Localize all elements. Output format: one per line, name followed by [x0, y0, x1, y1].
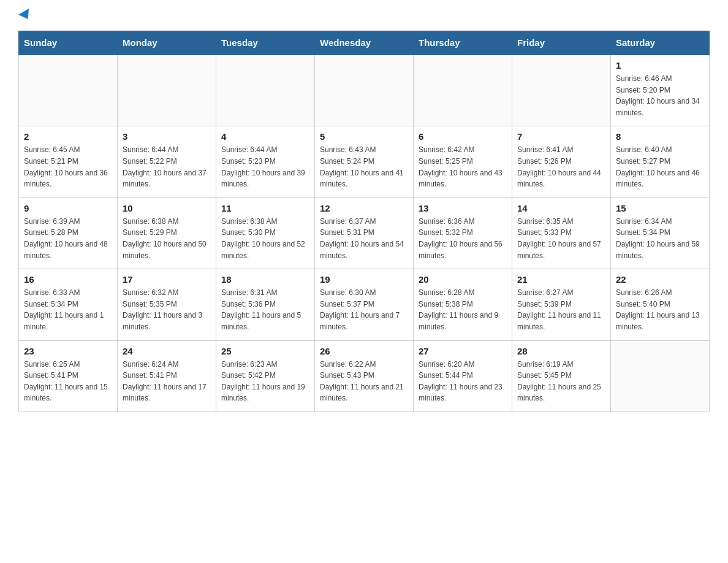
day-number: 25 — [221, 346, 309, 356]
weekday-header-row: SundayMondayTuesdayWednesdayThursdayFrid… — [19, 31, 710, 55]
day-info: Sunrise: 6:46 AM Sunset: 5:20 PM Dayligh… — [616, 73, 704, 118]
day-number: 12 — [320, 203, 408, 213]
day-number: 20 — [419, 274, 507, 285]
day-info: Sunrise: 6:33 AM Sunset: 5:34 PM Dayligh… — [24, 287, 112, 332]
day-number: 10 — [123, 203, 211, 213]
day-info: Sunrise: 6:22 AM Sunset: 5:43 PM Dayligh… — [320, 359, 408, 404]
weekday-header-tuesday: Tuesday — [216, 31, 315, 55]
day-info: Sunrise: 6:30 AM Sunset: 5:37 PM Dayligh… — [320, 287, 408, 332]
day-info: Sunrise: 6:39 AM Sunset: 5:28 PM Dayligh… — [24, 216, 112, 261]
calendar-cell: 10Sunrise: 6:38 AM Sunset: 5:29 PM Dayli… — [118, 197, 216, 269]
calendar-cell: 11Sunrise: 6:38 AM Sunset: 5:30 PM Dayli… — [216, 197, 315, 269]
day-info: Sunrise: 6:19 AM Sunset: 5:45 PM Dayligh… — [517, 359, 605, 404]
day-info: Sunrise: 6:44 AM Sunset: 5:22 PM Dayligh… — [123, 144, 211, 190]
day-info: Sunrise: 6:27 AM Sunset: 5:39 PM Dayligh… — [517, 287, 605, 332]
day-number: 17 — [123, 274, 211, 285]
day-number: 24 — [123, 346, 211, 356]
calendar-cell — [414, 55, 512, 126]
calendar-cell: 25Sunrise: 6:23 AM Sunset: 5:42 PM Dayli… — [216, 340, 315, 412]
week-row-1: 2Sunrise: 6:45 AM Sunset: 5:21 PM Daylig… — [19, 126, 710, 197]
calendar-cell: 20Sunrise: 6:28 AM Sunset: 5:38 PM Dayli… — [414, 269, 512, 340]
day-number: 11 — [221, 203, 309, 213]
day-number: 3 — [123, 131, 211, 142]
calendar-cell: 21Sunrise: 6:27 AM Sunset: 5:39 PM Dayli… — [512, 269, 611, 340]
day-number: 13 — [419, 203, 507, 213]
calendar-cell: 6Sunrise: 6:42 AM Sunset: 5:25 PM Daylig… — [414, 126, 512, 197]
day-number: 2 — [24, 131, 112, 142]
day-number: 21 — [517, 274, 605, 285]
day-number: 4 — [221, 131, 309, 142]
day-number: 7 — [517, 131, 605, 142]
calendar-cell: 8Sunrise: 6:40 AM Sunset: 5:27 PM Daylig… — [611, 126, 710, 197]
day-number: 19 — [320, 274, 408, 285]
day-number: 14 — [517, 203, 605, 213]
weekday-header-saturday: Saturday — [611, 31, 710, 55]
day-info: Sunrise: 6:28 AM Sunset: 5:38 PM Dayligh… — [419, 287, 507, 332]
calendar-cell: 23Sunrise: 6:25 AM Sunset: 5:41 PM Dayli… — [19, 340, 118, 412]
calendar-body: 1Sunrise: 6:46 AM Sunset: 5:20 PM Daylig… — [19, 55, 710, 412]
calendar-cell: 2Sunrise: 6:45 AM Sunset: 5:21 PM Daylig… — [19, 126, 118, 197]
week-row-0: 1Sunrise: 6:46 AM Sunset: 5:20 PM Daylig… — [19, 55, 710, 126]
day-info: Sunrise: 6:42 AM Sunset: 5:25 PM Dayligh… — [419, 144, 507, 190]
day-number: 6 — [419, 131, 507, 142]
calendar-cell: 3Sunrise: 6:44 AM Sunset: 5:22 PM Daylig… — [118, 126, 216, 197]
day-number: 22 — [616, 274, 704, 285]
day-number: 16 — [24, 274, 112, 285]
day-info: Sunrise: 6:24 AM Sunset: 5:41 PM Dayligh… — [123, 359, 211, 404]
day-number: 23 — [24, 346, 112, 356]
day-info: Sunrise: 6:20 AM Sunset: 5:44 PM Dayligh… — [419, 359, 507, 404]
week-row-2: 9Sunrise: 6:39 AM Sunset: 5:28 PM Daylig… — [19, 197, 710, 269]
weekday-header-friday: Friday — [512, 31, 611, 55]
calendar-cell: 4Sunrise: 6:44 AM Sunset: 5:23 PM Daylig… — [216, 126, 315, 197]
calendar-cell: 27Sunrise: 6:20 AM Sunset: 5:44 PM Dayli… — [414, 340, 512, 412]
day-info: Sunrise: 6:31 AM Sunset: 5:36 PM Dayligh… — [221, 287, 309, 332]
calendar-cell: 15Sunrise: 6:34 AM Sunset: 5:34 PM Dayli… — [611, 197, 710, 269]
calendar-cell: 9Sunrise: 6:39 AM Sunset: 5:28 PM Daylig… — [19, 197, 118, 269]
calendar-cell: 19Sunrise: 6:30 AM Sunset: 5:37 PM Dayli… — [315, 269, 414, 340]
calendar-cell — [19, 55, 118, 126]
day-info: Sunrise: 6:32 AM Sunset: 5:35 PM Dayligh… — [123, 287, 211, 332]
day-info: Sunrise: 6:36 AM Sunset: 5:32 PM Dayligh… — [419, 216, 507, 261]
day-number: 5 — [320, 131, 408, 142]
calendar-cell: 13Sunrise: 6:36 AM Sunset: 5:32 PM Dayli… — [414, 197, 512, 269]
day-info: Sunrise: 6:34 AM Sunset: 5:34 PM Dayligh… — [616, 216, 704, 261]
day-info: Sunrise: 6:38 AM Sunset: 5:29 PM Dayligh… — [123, 216, 211, 261]
calendar-cell — [315, 55, 414, 126]
weekday-header-sunday: Sunday — [19, 31, 118, 55]
calendar-cell: 18Sunrise: 6:31 AM Sunset: 5:36 PM Dayli… — [216, 269, 315, 340]
day-number: 1 — [616, 60, 704, 71]
calendar-cell: 1Sunrise: 6:46 AM Sunset: 5:20 PM Daylig… — [611, 55, 710, 126]
calendar-cell: 14Sunrise: 6:35 AM Sunset: 5:33 PM Dayli… — [512, 197, 611, 269]
day-number: 8 — [616, 131, 704, 142]
calendar-cell: 7Sunrise: 6:41 AM Sunset: 5:26 PM Daylig… — [512, 126, 611, 197]
calendar-cell — [216, 55, 315, 126]
day-number: 18 — [221, 274, 309, 285]
day-info: Sunrise: 6:26 AM Sunset: 5:40 PM Dayligh… — [616, 287, 704, 332]
weekday-header-thursday: Thursday — [414, 31, 512, 55]
logo — [18, 12, 32, 21]
day-number: 15 — [616, 203, 704, 213]
calendar-cell — [611, 340, 710, 412]
week-row-4: 23Sunrise: 6:25 AM Sunset: 5:41 PM Dayli… — [19, 340, 710, 412]
day-info: Sunrise: 6:43 AM Sunset: 5:24 PM Dayligh… — [320, 144, 408, 190]
day-info: Sunrise: 6:25 AM Sunset: 5:41 PM Dayligh… — [24, 359, 112, 404]
calendar-cell: 17Sunrise: 6:32 AM Sunset: 5:35 PM Dayli… — [118, 269, 216, 340]
calendar-cell: 5Sunrise: 6:43 AM Sunset: 5:24 PM Daylig… — [315, 126, 414, 197]
calendar-header: SundayMondayTuesdayWednesdayThursdayFrid… — [19, 31, 710, 55]
day-info: Sunrise: 6:41 AM Sunset: 5:26 PM Dayligh… — [517, 144, 605, 190]
week-row-3: 16Sunrise: 6:33 AM Sunset: 5:34 PM Dayli… — [19, 269, 710, 340]
calendar-cell: 16Sunrise: 6:33 AM Sunset: 5:34 PM Dayli… — [19, 269, 118, 340]
day-info: Sunrise: 6:23 AM Sunset: 5:42 PM Dayligh… — [221, 359, 309, 404]
calendar-cell: 26Sunrise: 6:22 AM Sunset: 5:43 PM Dayli… — [315, 340, 414, 412]
day-number: 9 — [24, 203, 112, 213]
calendar-cell: 28Sunrise: 6:19 AM Sunset: 5:45 PM Dayli… — [512, 340, 611, 412]
day-info: Sunrise: 6:38 AM Sunset: 5:30 PM Dayligh… — [221, 216, 309, 261]
calendar-cell: 22Sunrise: 6:26 AM Sunset: 5:40 PM Dayli… — [611, 269, 710, 340]
day-info: Sunrise: 6:35 AM Sunset: 5:33 PM Dayligh… — [517, 216, 605, 261]
day-number: 27 — [419, 346, 507, 356]
calendar-table: SundayMondayTuesdayWednesdayThursdayFrid… — [18, 31, 710, 412]
day-info: Sunrise: 6:40 AM Sunset: 5:27 PM Dayligh… — [616, 144, 704, 190]
day-number: 26 — [320, 346, 408, 356]
calendar-cell — [512, 55, 611, 126]
day-number: 28 — [517, 346, 605, 356]
